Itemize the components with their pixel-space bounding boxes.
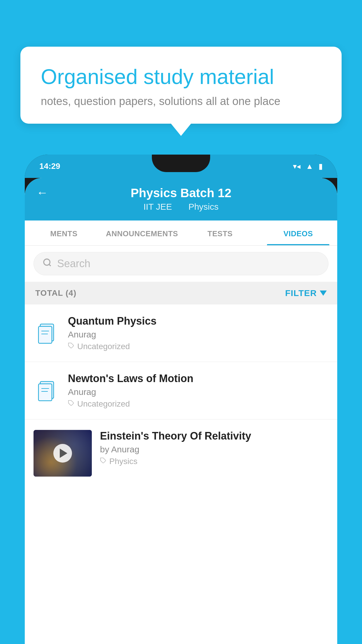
filter-button[interactable]: FILTER bbox=[285, 288, 327, 298]
item-tag: Physics bbox=[100, 457, 328, 466]
item-author: Anurag bbox=[68, 330, 328, 340]
tab-tests[interactable]: TESTS bbox=[181, 220, 259, 245]
tab-announcements[interactable]: ANNOUNCEMENTS bbox=[103, 220, 181, 245]
svg-rect-3 bbox=[38, 326, 52, 343]
app-header: ← Physics Batch 12 IIT JEE Physics bbox=[25, 178, 337, 220]
phone-content: ← Physics Batch 12 IIT JEE Physics MENTS… bbox=[25, 178, 337, 644]
filter-row: TOTAL (4) FILTER bbox=[25, 282, 337, 304]
svg-line-1 bbox=[49, 264, 51, 266]
play-icon bbox=[60, 449, 67, 458]
subtitle-left: IIT JEE bbox=[143, 202, 172, 211]
signal-icon: ▲ bbox=[306, 162, 313, 171]
search-placeholder: Search bbox=[57, 258, 90, 270]
item-title: Newton's Laws of Motion bbox=[68, 372, 328, 385]
speech-bubble-title: Organised study material bbox=[41, 64, 321, 89]
svg-point-0 bbox=[44, 259, 50, 265]
tag-icon bbox=[68, 400, 74, 408]
speech-bubble-subtitle: notes, question papers, solutions all at… bbox=[41, 95, 321, 108]
item-icon bbox=[34, 320, 60, 346]
play-button[interactable] bbox=[53, 444, 72, 463]
phone-frame: 14:29 ▾◂ ▲ ▮ ← Physics Batch 12 IIT JEE … bbox=[25, 155, 337, 644]
tag-icon bbox=[100, 457, 106, 466]
header-subtitle: IIT JEE Physics bbox=[140, 202, 222, 212]
list-item[interactable]: Newton's Laws of Motion Anurag Uncategor… bbox=[25, 362, 337, 419]
item-author: by Anurag bbox=[100, 444, 328, 454]
search-container: Search bbox=[25, 246, 337, 282]
status-time: 14:29 bbox=[39, 162, 60, 171]
item-title: Quantum Physics bbox=[68, 315, 328, 327]
content-list: Quantum Physics Anurag Uncategorized bbox=[25, 304, 337, 644]
tabs-bar: MENTS ANNOUNCEMENTS TESTS VIDEOS bbox=[25, 220, 337, 246]
filter-icon bbox=[320, 290, 327, 296]
svg-rect-8 bbox=[38, 384, 52, 401]
list-item[interactable]: Quantum Physics Anurag Uncategorized bbox=[25, 304, 337, 362]
speech-bubble-card: Organised study material notes, question… bbox=[20, 47, 342, 124]
item-info: Newton's Laws of Motion Anurag Uncategor… bbox=[68, 372, 328, 409]
item-title: Einstein's Theory Of Relativity bbox=[100, 430, 328, 442]
back-button[interactable]: ← bbox=[36, 186, 48, 199]
item-tag: Uncategorized bbox=[68, 399, 328, 409]
status-bar: 14:29 ▾◂ ▲ ▮ bbox=[25, 155, 337, 178]
video-thumbnail bbox=[34, 430, 92, 477]
list-item[interactable]: Einstein's Theory Of Relativity by Anura… bbox=[25, 419, 337, 487]
item-icon bbox=[34, 377, 60, 404]
item-info: Quantum Physics Anurag Uncategorized bbox=[68, 315, 328, 351]
header-title: Physics Batch 12 bbox=[131, 186, 231, 200]
item-tag: Uncategorized bbox=[68, 342, 328, 351]
tab-videos[interactable]: VIDEOS bbox=[259, 220, 337, 245]
total-count: TOTAL (4) bbox=[35, 288, 76, 298]
search-icon bbox=[43, 258, 52, 270]
search-bar[interactable]: Search bbox=[34, 252, 328, 275]
tab-ments[interactable]: MENTS bbox=[25, 220, 103, 245]
wifi-icon: ▾◂ bbox=[293, 162, 301, 171]
subtitle-right: Physics bbox=[188, 202, 218, 211]
status-icons: ▾◂ ▲ ▮ bbox=[293, 162, 323, 171]
tag-icon bbox=[68, 342, 74, 351]
battery-icon: ▮ bbox=[319, 162, 323, 171]
item-author: Anurag bbox=[68, 387, 328, 397]
item-info: Einstein's Theory Of Relativity by Anura… bbox=[100, 430, 328, 466]
